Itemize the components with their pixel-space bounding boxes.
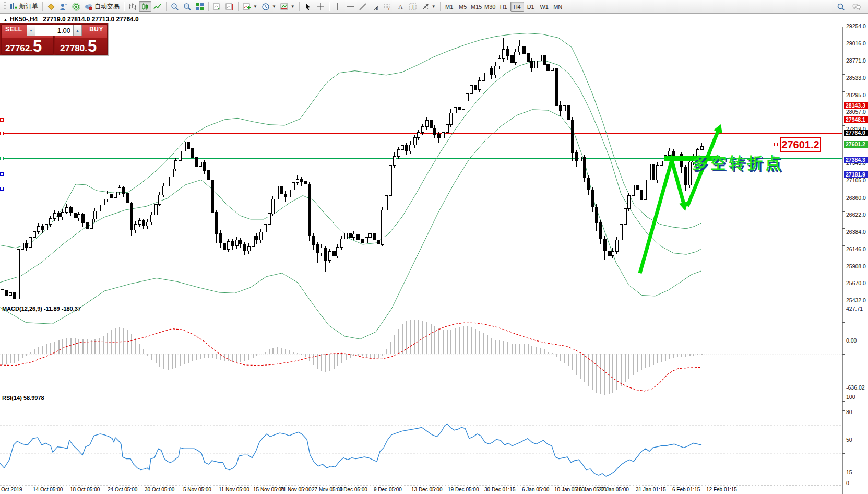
chat-icon	[852, 3, 861, 11]
line-chart-button[interactable]	[151, 1, 164, 12]
bar-chart-button[interactable]	[126, 1, 139, 12]
macd-axis-tick: 427.71	[846, 305, 863, 312]
crosshair-button[interactable]	[314, 1, 327, 12]
annotation-arrow-down-head	[679, 202, 688, 211]
volume-control: ▼ ▲	[27, 25, 82, 36]
price-axis-tick: 25670.0	[846, 280, 866, 286]
periods-button[interactable]: ▼	[259, 1, 278, 12]
search-button[interactable]	[835, 1, 847, 12]
timeframe-M15[interactable]: M15	[470, 2, 483, 12]
current-price-label: 27764.0	[844, 130, 868, 136]
volume-input[interactable]	[35, 25, 73, 36]
time-axis-label: 27 Nov 05:00	[312, 487, 343, 492]
timeframe-M5[interactable]: M5	[456, 2, 470, 12]
toolbar-separator	[42, 2, 43, 11]
collapse-panel-icon[interactable]: ▲	[3, 17, 8, 22]
toolbar-separator	[208, 2, 209, 11]
timeframe-H1[interactable]: H1	[497, 2, 510, 12]
trendline-button[interactable]	[356, 1, 369, 12]
shapes-button[interactable]: ▼	[419, 1, 438, 12]
rsi-axis-tick: 100	[846, 394, 855, 400]
new-order-button-label: 新订单	[19, 2, 38, 11]
price-axis-tick: 25432.0	[846, 297, 866, 303]
chinese-annotation-text[interactable]: 多空转折点	[692, 152, 783, 174]
clock-icon	[261, 3, 270, 11]
label-button[interactable]: T	[407, 1, 419, 12]
chart-window[interactable]	[0, 14, 868, 494]
tile-windows-button[interactable]	[194, 1, 206, 12]
fibo-grid-button[interactable]: F	[382, 1, 394, 12]
bar-chart-icon	[128, 3, 137, 11]
tester-icon	[60, 3, 68, 11]
macd-histogram	[2, 320, 702, 395]
timeframe-W1[interactable]: W1	[538, 2, 551, 12]
chart-shift-icon	[225, 3, 234, 11]
timeframe-M1[interactable]: M1	[443, 2, 456, 12]
buy-price: 27780.5	[60, 40, 97, 53]
volume-down-button[interactable]: ▼	[27, 25, 35, 36]
auto-scroll-button[interactable]	[211, 1, 223, 12]
templates-button[interactable]: ▼	[278, 1, 297, 12]
auto-trading-button[interactable]: 自动交易	[82, 1, 122, 12]
level-price-label: 27181.9	[844, 171, 868, 178]
new-order-icon	[9, 3, 18, 11]
signal-icon	[72, 3, 80, 11]
time-axis-label: 21 Nov 05:00	[280, 487, 312, 492]
one-click-trade-panel: SELL 27762.5 BUY 27780.5 ▼ ▲	[0, 23, 109, 56]
level-price-label: 27948.1	[844, 116, 868, 123]
crosshair-icon	[316, 3, 325, 11]
new-order-button[interactable]: 新订单	[7, 1, 40, 12]
cursor-button[interactable]	[302, 1, 314, 12]
metaeditor-button[interactable]	[45, 1, 57, 12]
annotation-objects[interactable]	[640, 124, 722, 273]
timeframe-M30[interactable]: M30	[483, 2, 497, 12]
rsi-label: RSI(14) 58.9978	[2, 395, 44, 401]
chart-svg[interactable]	[0, 14, 868, 494]
svg-text:E: E	[376, 7, 378, 10]
chart-canvas[interactable]	[0, 14, 868, 494]
time-axis-label: 9 Dec 05:00	[374, 487, 402, 492]
level-price-label: 28143.3	[844, 102, 868, 109]
vline-button[interactable]	[331, 1, 344, 12]
hline-icon	[346, 3, 354, 11]
time-axis-label: 30 Dec 01:15	[484, 487, 516, 492]
pane-borders	[0, 27, 868, 494]
auto-trading-button-label: 自动交易	[94, 2, 120, 11]
time-axis-label: 3 Dec 05:00	[339, 487, 367, 492]
svg-text:T: T	[411, 4, 415, 10]
zoom-in-button[interactable]	[169, 1, 181, 12]
zoom-out-button[interactable]	[181, 1, 194, 12]
hline-button[interactable]	[344, 1, 356, 12]
timeframe-MN[interactable]: MN	[551, 2, 565, 12]
chat-button[interactable]	[850, 1, 863, 12]
chart-shift-button[interactable]	[223, 1, 236, 12]
signals-button[interactable]	[70, 1, 82, 12]
time-axis-label: 24 Oct 05:00	[108, 487, 137, 492]
time-axis-label: Oct 2019	[1, 487, 22, 492]
volume-up-button[interactable]: ▲	[73, 25, 82, 36]
time-axis-label: 31 Jan 01:15	[636, 487, 666, 492]
price-axis-tick: 28295.0	[846, 92, 866, 98]
text-button[interactable]: A	[394, 1, 407, 12]
symbol-name: HK50-,H4	[10, 16, 38, 23]
indicators-button[interactable]: ▼	[241, 1, 259, 12]
zoom-in-icon	[171, 3, 179, 11]
price-callout-label[interactable]: 27601.2	[780, 137, 821, 152]
chevron-down-icon: ▼	[253, 4, 257, 9]
candle-chart-button[interactable]	[139, 1, 151, 12]
callout-anchor-square	[774, 143, 778, 146]
buy-label: BUY	[89, 26, 103, 33]
rsi-line	[0, 424, 701, 477]
time-axis-label: 15 Nov 05:00	[253, 487, 284, 492]
fibo-button[interactable]: E	[369, 1, 382, 12]
search-icon	[837, 3, 845, 11]
time-axis-label: 14 Oct 05:00	[33, 487, 63, 492]
toolbar-separator	[299, 2, 300, 11]
price-axis-tick: 25908.0	[846, 263, 866, 269]
bollinger-bands	[0, 33, 701, 339]
timeframe-H4[interactable]: H4	[510, 2, 524, 12]
shapes-icon	[421, 3, 430, 11]
strategy-tester-button[interactable]	[57, 1, 70, 12]
timeframe-D1[interactable]: D1	[524, 2, 538, 12]
gold-diamond-icon	[47, 3, 55, 11]
